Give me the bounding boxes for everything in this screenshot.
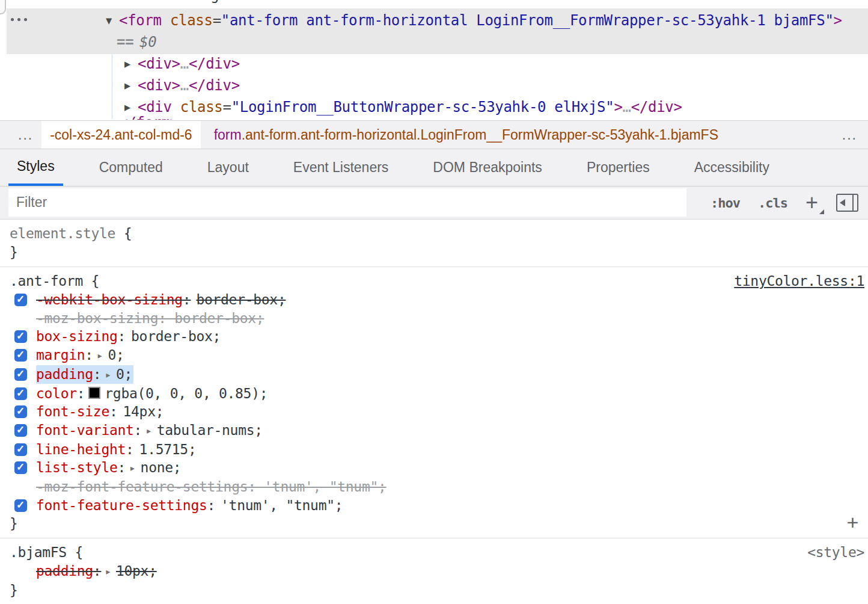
expand-arrow-icon[interactable] — [105, 562, 111, 581]
selector-bjamfs[interactable]: .bjamFS — [10, 544, 67, 560]
property-name[interactable]: font-feature-settings — [36, 498, 207, 513]
style-tag-source[interactable]: <style> — [807, 543, 864, 562]
property-checkbox[interactable] — [14, 294, 27, 306]
tab-layout[interactable]: Layout — [199, 149, 257, 186]
dom-node-form[interactable]: ▼ <form class="ant-form ant-form-horizon… — [0, 10, 868, 31]
styles-pane: element.style { } tinyColor.less:1 .ant-… — [0, 220, 868, 604]
css-property-row[interactable]: color:rgba(0, 0, 0, 0.85); — [0, 384, 868, 403]
add-property-button[interactable]: + — [846, 514, 858, 530]
property-checkbox[interactable] — [14, 461, 27, 474]
toggle-sidebar-icon[interactable] — [836, 194, 858, 212]
property-value[interactable]: 'tnum', "tnum"; — [221, 498, 343, 513]
hover-state-toggle[interactable]: :hov — [711, 196, 740, 211]
property-name[interactable]: line-height — [36, 442, 126, 457]
tab-dom-breakpoints[interactable]: DOM Breakpoints — [424, 149, 551, 186]
tag-open: <div> — [138, 77, 180, 94]
property-value[interactable]: border-box; — [131, 328, 221, 344]
css-property-row-disabled[interactable]: -moz-box-sizing: border-box; — [0, 309, 868, 328]
inline-ellipsis[interactable]: … — [180, 55, 189, 72]
selector-element-style[interactable]: element.style — [10, 226, 115, 241]
css-property-row-disabled[interactable]: -moz-font-feature-settings: 'tnum', "tnu… — [0, 478, 868, 496]
clipped-bottom-node: </form> — [0, 112, 868, 120]
property-checkbox[interactable] — [14, 349, 27, 362]
crumb-classes: .ant-form.ant-form-horizontal.LoginFrom_… — [242, 127, 718, 143]
property-name[interactable]: margin — [36, 347, 85, 363]
css-property-row[interactable]: font-variant:tabular-nums; — [0, 421, 868, 440]
property-value[interactable]: tabular-nums; — [157, 422, 263, 438]
property-name[interactable]: box-sizing — [36, 328, 117, 344]
property-name[interactable]: -webkit-box-sizing — [36, 292, 183, 307]
css-property-row[interactable]: margin:0; — [0, 346, 868, 365]
property-value[interactable]: 14px; — [123, 404, 164, 419]
tab-event-listeners[interactable]: Event Listeners — [285, 149, 397, 186]
property-name[interactable]: font-size — [36, 404, 109, 419]
property-checkbox[interactable] — [14, 387, 27, 400]
expand-arrow-icon[interactable] — [145, 422, 152, 440]
property-name[interactable]: font-variant — [36, 422, 134, 438]
property-checkbox[interactable] — [14, 424, 27, 437]
rule-ant-form[interactable]: tinyColor.less:1 .ant-form { -webkit-box… — [0, 267, 868, 538]
stylesheet-link[interactable]: tinyColor.less:1 — [734, 272, 864, 291]
close-brace: } — [10, 582, 18, 598]
css-property-row-highlighted[interactable]: padding:0; — [0, 365, 868, 384]
sidebar-tabs: Styles Computed Layout Event Listeners D… — [0, 149, 868, 186]
expand-arrow-icon[interactable] — [105, 366, 111, 384]
rule-element-style[interactable]: element.style { } — [0, 220, 868, 267]
css-property-row[interactable]: list-style:none; — [0, 458, 868, 478]
property-value[interactable]: 1.5715; — [139, 442, 197, 457]
css-property-row-overridden[interactable]: padding:10px; — [0, 562, 868, 581]
tab-properties[interactable]: Properties — [578, 149, 658, 186]
tag-open: <div> — [138, 55, 180, 72]
tab-styles[interactable]: Styles — [8, 149, 63, 186]
dom-node-div[interactable]: ▶ <div>…</div> — [0, 53, 868, 75]
tab-accessibility[interactable]: Accessibility — [686, 149, 778, 186]
property-checkbox[interactable] — [14, 405, 27, 418]
dom-node-div[interactable]: ▶ <div>…</div> — [0, 75, 868, 96]
breadcrumb-overflow-left[interactable]: ... — [18, 127, 33, 143]
css-property-row[interactable]: -webkit-box-sizing:border-box; — [0, 291, 868, 309]
css-property-row[interactable]: box-sizing:border-box; — [0, 327, 868, 346]
expand-arrow-icon[interactable] — [129, 459, 136, 478]
property-value[interactable]: 0; — [108, 347, 124, 363]
css-property-row[interactable]: line-height:1.5715; — [0, 440, 868, 459]
inline-ellipsis[interactable]: … — [180, 77, 189, 94]
property-value[interactable]: 10px; — [116, 563, 157, 579]
color-swatch[interactable] — [88, 387, 100, 399]
console-reference: $0 — [139, 31, 156, 53]
property-checkbox[interactable] — [14, 368, 27, 381]
property-checkbox[interactable] — [14, 499, 27, 512]
expand-arrow-icon[interactable]: ▶ — [124, 75, 130, 96]
property-name[interactable]: padding — [36, 366, 93, 382]
selector-ant-form[interactable]: .ant-form — [10, 273, 83, 289]
breadcrumb-item-parent[interactable]: -col-xs-24.ant-col-md-6 — [41, 121, 200, 149]
collapse-arrow-icon[interactable]: ▼ — [106, 10, 112, 31]
property-value[interactable]: rgba(0, 0, 0, 0.85); — [105, 386, 267, 401]
property-name[interactable]: padding — [36, 563, 93, 579]
clipped-node-fragment: g — [210, 0, 219, 7]
dropdown-corner-icon — [819, 209, 824, 214]
property-value[interactable]: 0; — [116, 366, 132, 382]
inactive-property: -moz-font-feature-settings: 'tnum', "tnu… — [36, 479, 387, 495]
tab-computed[interactable]: Computed — [91, 149, 171, 186]
rule-bjamfs[interactable]: <style> .bjamFS { padding:10px; } — [0, 538, 868, 604]
css-property-row[interactable]: font-feature-settings:'tnum', "tnum"; — [0, 496, 868, 515]
tag-close: </div> — [189, 55, 240, 72]
class-toggle[interactable]: .cls — [758, 196, 787, 211]
breadcrumb-overflow-right[interactable]: ... — [842, 127, 857, 143]
tag-close-bracket: > — [834, 12, 842, 29]
elements-tree-pane: g ▼ <form class="ant-form ant-form-horiz… — [0, 0, 868, 120]
expand-arrow-icon[interactable] — [97, 347, 103, 365]
breadcrumb: ... -col-xs-24.ant-col-md-6 form.ant-for… — [0, 120, 868, 149]
breadcrumb-item-selected[interactable]: form.ant-form.ant-form-horizontal.LoginF… — [206, 121, 727, 149]
property-checkbox[interactable] — [14, 443, 27, 456]
expand-arrow-icon[interactable]: ▶ — [124, 53, 130, 75]
css-property-row[interactable]: font-size:14px; — [0, 402, 868, 421]
attr-name: class — [162, 12, 213, 29]
property-name[interactable]: list-style — [36, 460, 117, 475]
property-name[interactable]: color — [36, 386, 77, 401]
property-checkbox[interactable] — [14, 330, 27, 343]
filter-input[interactable] — [8, 188, 686, 217]
property-value[interactable]: border-box; — [196, 292, 286, 307]
new-style-rule-button[interactable]: + — [805, 194, 818, 212]
property-value[interactable]: none; — [141, 460, 182, 475]
